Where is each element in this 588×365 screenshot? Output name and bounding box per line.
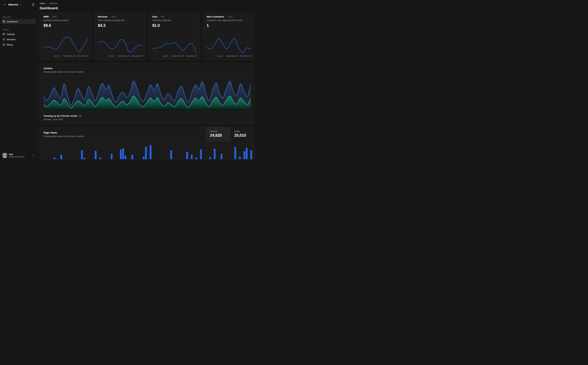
stat-card-revenue: Revenue ↑12% Total revenue including fee…	[94, 12, 146, 60]
sparkline-block: July 24 September 24 December 24	[152, 35, 196, 58]
sidebar-item-label: Members	[7, 38, 16, 41]
trend-up-icon: ↑	[51, 15, 52, 18]
trend-badge: ↓-25%	[226, 15, 233, 18]
page-views-card: Page Views Showing total visitors for th…	[40, 127, 255, 160]
page-views-header: Page Views Showing total visitors for th…	[40, 127, 254, 142]
gear-icon	[2, 33, 5, 35]
x-tick: July 24	[162, 55, 168, 57]
sparkline-block: July 24 September 24 December 24	[207, 35, 251, 58]
breadcrumb-current[interactable]: Makerkit	[49, 2, 57, 5]
stat-value: $4.3	[98, 23, 142, 28]
sidebar-item-label: Settings	[7, 33, 15, 35]
stat-subtitle: Total fees collected	[152, 19, 196, 21]
stat-subtitle: Customers who signed up this month	[207, 19, 251, 21]
sidebar-section-application: Application	[2, 16, 36, 18]
x-tick: December 24	[77, 55, 89, 57]
sparkline-block: July 24 September 24 December 24	[98, 35, 142, 58]
x-tick: December 24	[131, 55, 143, 57]
avatar	[2, 153, 7, 158]
stat-value: $1.0	[152, 23, 196, 28]
mobile-value: 25,010	[234, 133, 250, 138]
main-content: Home Makerkit Dashboard MRR ↑20% Monthly…	[37, 0, 257, 160]
sparkline-x-labels: July 24 September 24 December 24	[98, 55, 142, 58]
trend-badge: ↑9%	[160, 15, 164, 18]
x-tick: July 24	[108, 55, 114, 57]
users-icon	[2, 38, 5, 41]
visitors-header: Visitors Showing total visitors for the …	[40, 63, 254, 77]
page-views-bar-chart	[42, 142, 252, 159]
sidebar-spacer	[1, 24, 36, 29]
breadcrumb: Home Makerkit	[40, 2, 255, 5]
sparkline-block: July 24 September 24 December 24	[43, 35, 88, 58]
sidebar-item-billing[interactable]: Billing	[1, 42, 36, 47]
sidebar-item-members[interactable]: Members	[1, 37, 36, 42]
layout-dashboard-icon	[2, 20, 5, 23]
chevron-right-icon	[46, 2, 48, 5]
workspace-name: Makerkit	[8, 3, 18, 6]
x-tick: September 24	[226, 55, 238, 57]
app-window: m Makerkit Application Dashboard Setting…	[0, 0, 257, 160]
stat-value: $9.6	[43, 23, 88, 28]
visitors-area-chart	[43, 79, 251, 110]
stat-card-fees: Fees ↑9% Total fees collected $1.0 July …	[149, 12, 200, 60]
makerkit-logo: m	[2, 2, 7, 7]
trend-value: 12%	[111, 15, 115, 18]
mobile-toggle[interactable]: Mobile 25,010	[230, 127, 254, 142]
stat-subtitle: Monthly recurring revenue	[43, 19, 88, 21]
desktop-value: 24,828	[210, 133, 226, 138]
x-tick: September 24	[172, 55, 184, 57]
sidebar: m Makerkit Application Dashboard Setting…	[0, 0, 37, 160]
stat-title: New Customers	[207, 15, 224, 18]
visitors-chart-area	[40, 77, 254, 110]
breadcrumb-home[interactable]: Home	[40, 2, 45, 5]
user-menu[interactable]: test test@makerkit.dev	[1, 152, 36, 158]
stat-subtitle: Total revenue including fees	[98, 19, 142, 21]
x-tick: December 24	[186, 55, 197, 57]
page-views-chart-area	[40, 142, 254, 160]
trend-badge: ↑20%	[51, 15, 57, 18]
page-views-title: Page Views	[43, 131, 202, 134]
page-views-subtitle: Showing total visitors for the last 3 mo…	[43, 135, 202, 138]
x-tick: December 24	[240, 55, 252, 57]
trend-value: 9%	[161, 15, 164, 18]
new-customers-sparkline-chart	[207, 35, 251, 54]
x-tick: September 24	[63, 55, 75, 57]
sidebar-section-settings: Settings	[2, 29, 36, 31]
trend-value: -25%	[228, 15, 233, 18]
trend-down-icon: ↓	[226, 15, 228, 18]
trend-up-icon: ↑	[160, 15, 161, 18]
stat-value: 1	[207, 23, 251, 28]
sidebar-spacer	[1, 7, 36, 16]
visitors-trend-text: Trending up by 5.2% this month	[43, 115, 77, 117]
sparkline-x-labels: July 24 September 24 December 24	[43, 55, 88, 58]
visitors-title: Visitors	[43, 67, 251, 70]
page-title: Dashboard	[40, 6, 255, 10]
sparkline-x-labels: July 24 September 24 December 24	[207, 55, 251, 58]
sidebar-item-label: Dashboard	[7, 20, 18, 23]
visitors-date-range: January - June 2024	[43, 118, 251, 121]
sidebar-item-label: Billing	[7, 43, 13, 46]
sparkline-x-labels: July 24 September 24 December 24	[152, 55, 196, 58]
bell-icon[interactable]	[32, 3, 35, 6]
trend-up-icon: ↑	[110, 15, 111, 18]
trend-badge: ↑12%	[110, 15, 115, 18]
stat-card-new-customers: New Customers ↓-25% Customers who signed…	[203, 12, 255, 60]
stat-title: Revenue	[98, 15, 108, 18]
logo-letter: m	[3, 3, 6, 6]
stat-title: MRR	[43, 15, 49, 18]
sidebar-item-settings[interactable]: Settings	[1, 32, 36, 36]
visitors-footer: Trending up by 5.2% this month January -…	[40, 110, 254, 124]
visitors-card: Visitors Showing total visitors for the …	[40, 63, 255, 124]
workspace-selector[interactable]: m Makerkit	[1, 2, 36, 7]
sidebar-item-dashboard[interactable]: Dashboard	[1, 19, 36, 24]
page-views-toggles: Desktop 24,828 Mobile 25,010	[206, 127, 254, 142]
trend-value: 20%	[53, 15, 57, 18]
desktop-toggle[interactable]: Desktop 24,828	[206, 127, 230, 142]
user-name: test	[9, 153, 25, 155]
stat-card-mrr: MRR ↑20% Monthly recurring revenue $9.6 …	[40, 12, 91, 60]
desktop-label: Desktop	[210, 130, 226, 133]
x-tick: September 24	[118, 55, 129, 57]
mobile-label: Mobile	[234, 130, 250, 133]
visitors-subtitle: Showing total visitors for the last 6 mo…	[43, 71, 251, 73]
chevrons-up-down-icon	[20, 4, 22, 6]
